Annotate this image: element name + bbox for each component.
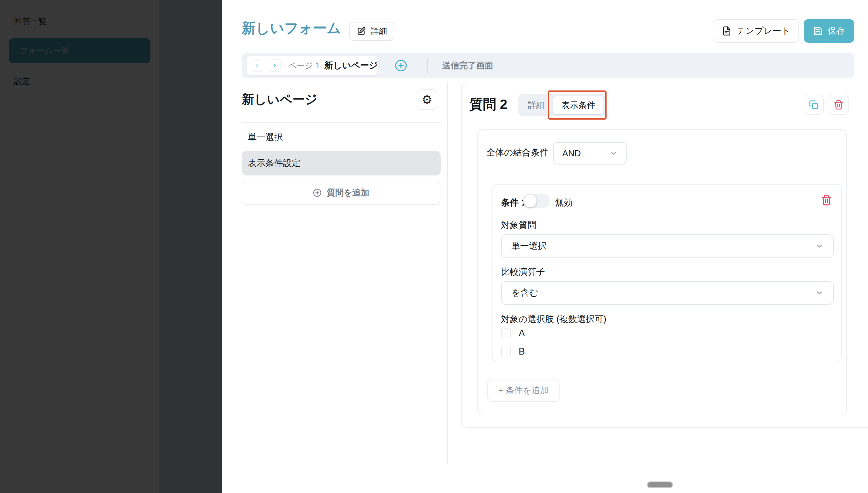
choice-label-a: A bbox=[519, 328, 525, 339]
comparison-operator-value: を含む bbox=[511, 287, 538, 299]
chevron-down-icon bbox=[816, 289, 823, 297]
choice-row-a: A bbox=[501, 328, 525, 339]
form-detail-button[interactable]: 詳細 bbox=[349, 22, 394, 41]
add-condition-button[interactable]: + 条件を追加 bbox=[487, 379, 559, 402]
trash-icon bbox=[821, 194, 832, 206]
form-title: 新しいフォーム bbox=[242, 19, 341, 38]
detail-button-label: 詳細 bbox=[371, 26, 387, 37]
join-operator-select[interactable]: AND bbox=[553, 142, 626, 165]
question-list-item-single-choice[interactable]: 単一選択 bbox=[242, 129, 441, 146]
tab-display-condition[interactable]: 表示条件 bbox=[553, 96, 603, 114]
toggle-knob bbox=[524, 195, 536, 207]
screen: フォー 新しいフ 説明なし 作成日時: 2 新しいフ 説明なし 作成日時: 2 bbox=[0, 0, 868, 493]
comparison-operator-label: 比較演算子 bbox=[501, 266, 545, 278]
chevron-right-icon bbox=[272, 63, 278, 69]
choice-checkbox-a[interactable] bbox=[501, 328, 511, 338]
save-button[interactable]: 保存 bbox=[804, 19, 854, 43]
choice-row-b: B bbox=[501, 346, 525, 357]
save-icon bbox=[813, 26, 823, 36]
plus-circle-icon bbox=[394, 59, 408, 72]
join-operator-value: AND bbox=[562, 148, 581, 158]
question-list-item-display-condition[interactable]: 表示条件設定 bbox=[242, 151, 441, 175]
page-next-button[interactable] bbox=[269, 59, 281, 72]
plus-circle-icon bbox=[313, 188, 322, 197]
choice-checkbox-b[interactable] bbox=[501, 347, 511, 357]
question-card: 質問 2 詳細 表示条件 全体の結合条件 AND bbox=[461, 82, 868, 428]
document-icon bbox=[722, 26, 732, 36]
panel-vertical-divider bbox=[447, 82, 448, 464]
join-operator-label: 全体の結合条件 bbox=[486, 147, 548, 159]
add-page-button[interactable] bbox=[394, 59, 408, 72]
drawer-resize-handle[interactable] bbox=[647, 481, 673, 488]
template-button-label: テンプレート bbox=[736, 25, 790, 37]
tab-detail[interactable]: 詳細 bbox=[518, 94, 554, 116]
target-choices-label: 対象の選択肢 (複数選択可) bbox=[501, 313, 606, 325]
page-name-label: 新しいページ bbox=[324, 60, 378, 72]
delete-condition-button[interactable] bbox=[821, 194, 832, 206]
template-button[interactable]: テンプレート bbox=[714, 19, 799, 43]
target-question-label: 対象質問 bbox=[501, 219, 536, 231]
copy-icon bbox=[808, 100, 819, 110]
target-question-value: 単一選択 bbox=[511, 240, 547, 252]
page-panel-title: 新しいページ bbox=[242, 91, 318, 108]
condition-title: 条件 1 bbox=[501, 197, 526, 209]
target-question-select[interactable]: 単一選択 bbox=[501, 234, 834, 258]
chevron-left-icon bbox=[254, 63, 260, 69]
group-divider bbox=[484, 173, 841, 173]
save-button-label: 保存 bbox=[828, 25, 845, 37]
panel-divider bbox=[242, 122, 441, 123]
page-number-label: ページ 1 bbox=[288, 60, 320, 71]
page-nav-bar: ページ 1 新しいページ 送信完了画面 bbox=[242, 53, 854, 78]
add-question-button[interactable]: 質問を追加 bbox=[242, 180, 440, 205]
question-tabs: 詳細 表示条件 bbox=[518, 94, 606, 116]
condition-toggle-state-label: 無効 bbox=[555, 197, 573, 209]
gear-icon: ⚙ bbox=[421, 92, 433, 107]
question-title: 質問 2 bbox=[470, 95, 507, 113]
page-settings-button[interactable]: ⚙ bbox=[417, 89, 437, 110]
conditions-group: 全体の結合条件 AND 条件 1 無効 対象質問 単一選択 bbox=[477, 129, 847, 415]
delete-question-button[interactable] bbox=[828, 95, 849, 115]
nav-divider bbox=[427, 58, 428, 73]
condition-enable-toggle[interactable] bbox=[523, 194, 550, 208]
page-prev-button[interactable] bbox=[251, 59, 263, 72]
choice-label-b: B bbox=[519, 346, 525, 357]
chevron-down-icon bbox=[816, 242, 823, 250]
chevron-down-icon bbox=[610, 149, 617, 157]
condition-card: 条件 1 無効 対象質問 単一選択 比較演算子 を含む bbox=[492, 184, 842, 361]
submit-screen-tab[interactable]: 送信完了画面 bbox=[442, 60, 493, 71]
duplicate-question-button[interactable] bbox=[804, 95, 824, 115]
current-page-pill[interactable]: ページ 1 新しいページ bbox=[247, 56, 378, 75]
trash-icon bbox=[833, 100, 844, 110]
comparison-operator-select[interactable]: を含む bbox=[501, 281, 834, 305]
add-question-label: 質問を追加 bbox=[327, 187, 369, 198]
form-editor-drawer: 新しいフォーム 詳細 テンプレート 保存 bbox=[222, 0, 868, 493]
edit-icon bbox=[357, 27, 366, 36]
